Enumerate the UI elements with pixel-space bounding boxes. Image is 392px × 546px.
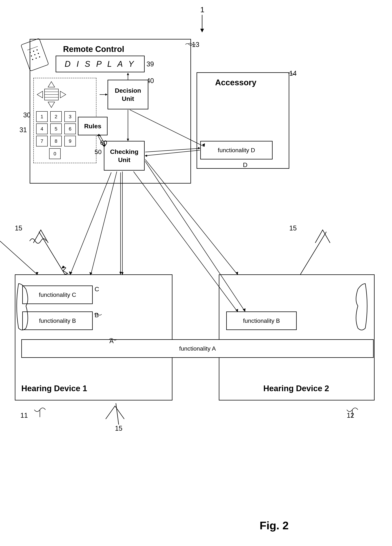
key-8[interactable]: 8	[50, 136, 62, 146]
func-a-text: functionality A	[179, 345, 216, 352]
hd2-title: Hearing Device 2	[263, 384, 329, 393]
ref-label-15-right: 15	[289, 224, 297, 232]
rules-text: Rules	[84, 123, 101, 130]
svg-marker-2	[37, 91, 43, 98]
nav-cross	[36, 81, 67, 109]
ref-label-31: 31	[20, 126, 27, 134]
rules-box: Rules	[78, 117, 108, 135]
accessory-title: Accessory	[215, 78, 256, 87]
key-9[interactable]: 9	[64, 136, 76, 146]
key-0[interactable]: 0	[49, 148, 61, 159]
fig-label: Fig. 2	[260, 519, 289, 532]
key-5[interactable]: 5	[50, 124, 62, 134]
func-b-right-text: functionality B	[243, 317, 280, 324]
diagram: 1 Remote Control 13 D I S P L A Y 39 40 …	[0, 0, 392, 546]
svg-marker-0	[48, 82, 55, 87]
key-2[interactable]: 2	[50, 111, 62, 122]
ref-label-39: 39	[146, 60, 154, 68]
ref-label-13: 13	[192, 41, 199, 49]
ref-label-15-bottom: 15	[115, 425, 122, 432]
ref-label-50: 50	[95, 148, 102, 156]
label-c: C	[95, 286, 99, 293]
label-a: A	[109, 338, 114, 345]
svg-line-27	[91, 171, 117, 274]
display-box: D I S P L A Y	[56, 56, 145, 72]
func-c-text: functionality C	[39, 292, 76, 298]
key-1[interactable]: 1	[36, 111, 48, 122]
key-6[interactable]: 6	[64, 124, 76, 134]
svg-line-37	[71, 172, 111, 274]
hd1-title: Hearing Device 1	[21, 384, 87, 393]
ref-label-1: 1	[200, 6, 204, 14]
func-b-box-left: functionality B	[22, 312, 93, 330]
checking-unit-box: CheckingUnit	[104, 141, 145, 171]
keys-grid: 1 2 3 4 5 6 7 8 9	[36, 111, 77, 146]
ref-label-60: 60	[100, 139, 107, 146]
label-d: D	[243, 161, 248, 169]
checking-unit-text: CheckingUnit	[110, 148, 138, 164]
func-c-box: functionality C	[22, 286, 93, 304]
ref-label-30: 30	[23, 111, 31, 119]
key-3[interactable]: 3	[64, 111, 76, 122]
ref-label-14: 14	[289, 70, 297, 77]
func-b-box-right: functionality B	[226, 312, 297, 330]
svg-marker-3	[60, 91, 66, 98]
key-4[interactable]: 4	[36, 124, 48, 134]
label-b: B	[95, 312, 99, 319]
remote-control-title: Remote Control	[63, 45, 124, 54]
ref-label-11: 11	[20, 412, 28, 419]
func-d-text: functionality D	[218, 147, 255, 154]
key-7[interactable]: 7	[36, 136, 48, 146]
svg-line-35	[0, 241, 37, 274]
decision-unit-text: DecisionUnit	[115, 86, 141, 103]
svg-marker-9	[200, 29, 204, 32]
svg-marker-1	[48, 102, 55, 108]
ref-label-15-left: 15	[15, 224, 22, 232]
func-d-box: functionality D	[200, 141, 273, 159]
decision-unit-box: DecisionUnit	[108, 80, 148, 109]
display-text: D I S P L A Y	[65, 59, 136, 69]
ref-label-12: 12	[347, 412, 354, 419]
func-a-box: functionality A	[21, 339, 374, 358]
hd2-box	[219, 274, 375, 400]
func-b-left-text: functionality B	[39, 317, 76, 324]
svg-marker-26	[62, 266, 65, 268]
